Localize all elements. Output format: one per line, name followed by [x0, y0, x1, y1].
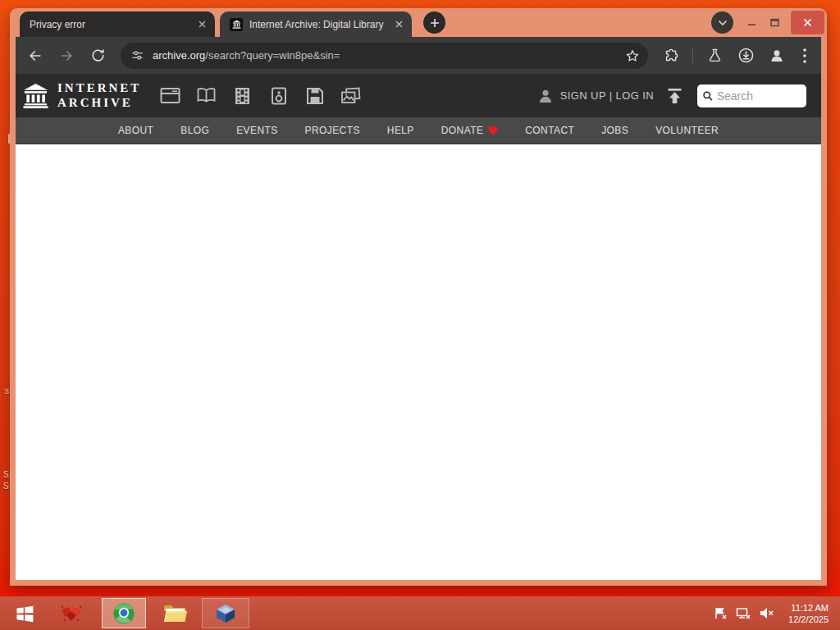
texts-icon[interactable]: [195, 84, 217, 107]
virtualbox-icon: [215, 603, 236, 624]
media-type-bar: [159, 84, 362, 107]
nav-help[interactable]: HELP: [387, 125, 414, 136]
url-path: /search?query=win8pe&sin=: [205, 49, 340, 62]
new-tab-button[interactable]: [423, 11, 445, 34]
action-center-flag-icon[interactable]: [714, 606, 728, 620]
volume-muted-icon[interactable]: [760, 606, 775, 620]
search-box[interactable]: [697, 84, 806, 107]
audio-icon[interactable]: [267, 84, 290, 107]
close-window-button[interactable]: [791, 11, 824, 34]
tab-search-button[interactable]: [711, 11, 733, 34]
heart-icon: [488, 126, 498, 135]
start-icon: [15, 605, 35, 623]
minimize-button[interactable]: [742, 13, 761, 31]
upload-icon: [667, 88, 682, 104]
menu-kebab-button[interactable]: [795, 43, 815, 69]
web-page: INTERNET ARCHIVE: [16, 74, 821, 580]
auth-links[interactable]: SIGN UP | LOG IN: [537, 88, 654, 104]
maximize-button[interactable]: [765, 13, 784, 31]
person-icon: [537, 88, 554, 104]
nav-label: HELP: [387, 125, 414, 136]
nav-jobs[interactable]: JOBS: [601, 125, 628, 136]
nav-label: EVENTS: [236, 125, 277, 136]
nav-label: ABOUT: [118, 125, 153, 136]
forward-button[interactable]: [53, 43, 80, 69]
video-icon[interactable]: [231, 84, 253, 107]
wordmark-line2: ARCHIVE: [57, 96, 141, 110]
nav-label: BLOG: [180, 125, 209, 136]
nav-events[interactable]: EVENTS: [236, 125, 277, 136]
tab-strip: Privacy error Internet Archive: Digital …: [10, 8, 827, 37]
site-settings-icon[interactable]: [130, 48, 144, 62]
browser-window: Privacy error Internet Archive: Digital …: [10, 8, 827, 586]
taskbar: 11:12 AM 12/2/2025: [0, 596, 840, 630]
desktop-icon-label-fragment: S: [3, 471, 9, 479]
nav-label: CONTACT: [525, 125, 574, 136]
red-x-app-icon: [59, 604, 84, 623]
search-input[interactable]: [717, 89, 801, 103]
tab-title: Privacy error: [30, 19, 190, 30]
nav-projects[interactable]: PROJECTS: [305, 125, 360, 136]
taskbar-app-red-x[interactable]: [52, 598, 90, 628]
tab-title: Internet Archive: Digital Library: [249, 19, 387, 30]
internet-archive-favicon: [230, 18, 243, 31]
software-icon[interactable]: [304, 84, 326, 107]
archive-building-icon: [22, 82, 49, 109]
desktop-icon-label-fragment: S: [3, 482, 9, 491]
desktop-icon-label-fragment: s: [5, 387, 9, 395]
profile-button[interactable]: [764, 43, 790, 69]
archive-nav: ABOUT BLOG EVENTS PROJECTS HELP DONATE C…: [16, 117, 821, 144]
clock-date: 12/2/2025: [788, 614, 829, 625]
labs-flask-button[interactable]: [701, 43, 728, 69]
nav-label: PROJECTS: [305, 125, 360, 136]
nav-label: JOBS: [601, 125, 628, 136]
extensions-button[interactable]: [658, 43, 684, 69]
page-content: [16, 144, 821, 580]
header-right: SIGN UP | LOG IN: [537, 84, 815, 107]
back-button[interactable]: [22, 43, 48, 69]
taskbar-app-virtualbox[interactable]: [202, 598, 249, 628]
taskbar-app-browser[interactable]: [102, 598, 146, 628]
nav-donate[interactable]: DONATE: [441, 125, 499, 136]
nav-about[interactable]: ABOUT: [118, 125, 153, 136]
nav-contact[interactable]: CONTACT: [525, 125, 574, 136]
upload-button[interactable]: [667, 88, 682, 104]
signup-login-link[interactable]: SIGN UP | LOG IN: [560, 89, 654, 102]
taskbar-app-file-explorer[interactable]: [156, 598, 194, 628]
address-bar[interactable]: archive.org/search?query=win8pe&sin=: [121, 43, 648, 69]
url-text: archive.org/search?query=win8pe&sin=: [153, 49, 625, 62]
nav-blog[interactable]: BLOG: [180, 125, 209, 136]
desktop: s S S Privacy error: [0, 0, 840, 630]
toolbar-divider: [692, 48, 693, 63]
browser-toolbar: archive.org/search?query=win8pe&sin=: [16, 37, 821, 74]
bookmark-star-icon[interactable]: [625, 48, 640, 63]
tab-close-icon[interactable]: [195, 18, 208, 31]
reload-button[interactable]: [84, 43, 111, 69]
browser-app-icon: [112, 602, 135, 625]
taskbar-clock[interactable]: 11:12 AM 12/2/2025: [788, 602, 829, 625]
nav-label: DONATE: [441, 125, 484, 136]
tab-close-icon[interactable]: [392, 18, 405, 31]
archive-header: INTERNET ARCHIVE: [16, 74, 821, 117]
nav-volunteer[interactable]: VOLUNTEER: [655, 125, 719, 136]
tab-privacy-error[interactable]: Privacy error: [20, 11, 215, 37]
url-domain: archive.org: [153, 49, 205, 62]
file-explorer-icon: [162, 604, 187, 623]
wordmark-line1: INTERNET: [57, 81, 141, 95]
nav-label: VOLUNTEER: [655, 125, 719, 136]
clock-time: 11:12 AM: [788, 602, 829, 614]
archive-logo[interactable]: INTERNET ARCHIVE: [22, 81, 141, 110]
archive-wordmark: INTERNET ARCHIVE: [57, 81, 141, 110]
search-magnifier-icon: [702, 89, 714, 103]
downloads-button[interactable]: [733, 43, 759, 69]
web-icon[interactable]: [159, 84, 181, 107]
tab-internet-archive[interactable]: Internet Archive: Digital Library: [220, 11, 412, 37]
network-disconnected-icon[interactable]: [736, 606, 751, 620]
images-icon[interactable]: [340, 84, 362, 107]
start-button[interactable]: [7, 598, 43, 628]
system-tray: 11:12 AM 12/2/2025: [714, 602, 833, 625]
